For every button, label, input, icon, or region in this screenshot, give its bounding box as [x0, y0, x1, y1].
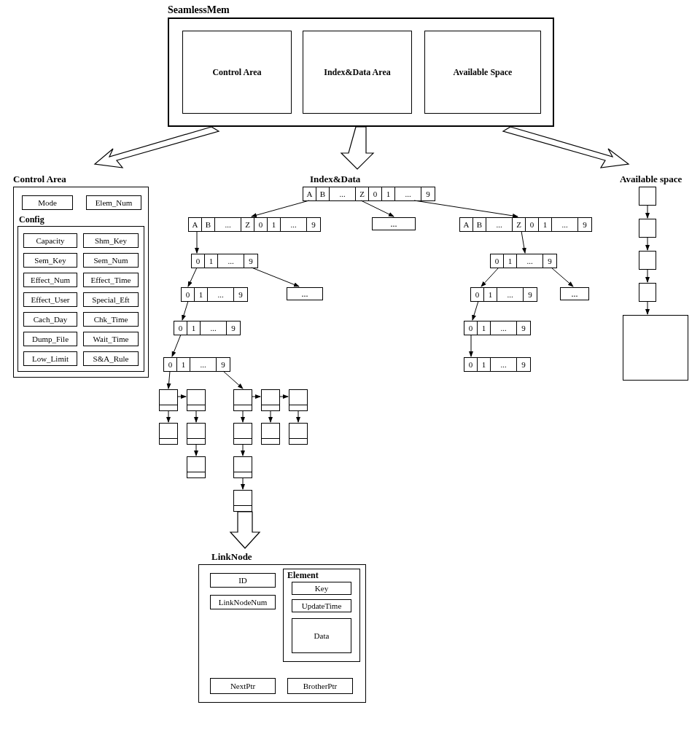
svg-line-9: [223, 371, 243, 389]
svg-line-0: [252, 200, 309, 217]
cell: 0: [164, 358, 177, 371]
mode-box: Mode: [22, 195, 73, 210]
cell: 0: [471, 288, 484, 301]
cell: A: [303, 187, 316, 200]
cell: ...: [215, 218, 241, 231]
svg-line-2: [414, 200, 518, 217]
avail-block: [623, 315, 688, 381]
cell: 0: [174, 321, 187, 335]
index-data-area-box: Index&Data Area: [303, 31, 412, 114]
cell: 0: [464, 358, 478, 371]
cell: 9: [517, 358, 530, 371]
cell: 0: [192, 254, 205, 268]
cell: 1: [205, 254, 218, 268]
cell: 1: [504, 254, 517, 268]
cell: ...: [552, 218, 578, 231]
cell: 9: [227, 321, 240, 335]
cell: 1: [187, 321, 201, 335]
cell: Z: [356, 187, 369, 200]
cell: 9: [217, 358, 230, 371]
avail-node: [639, 283, 656, 302]
config-cell: Capacity: [23, 233, 77, 248]
num-row-l5-right: 0 1 ... 9: [464, 321, 531, 335]
cell: 1: [478, 321, 491, 335]
num-row-l5-left: 0 1 ... 9: [174, 321, 241, 335]
cell: 1: [539, 218, 552, 231]
linknode-num: LinkNodeNum: [210, 595, 276, 609]
cell: 1: [177, 358, 190, 371]
cell: 9: [421, 187, 435, 200]
ellipsis-box: ...: [372, 217, 416, 230]
linknode-box: [233, 456, 252, 478]
config-cell: Effect_Num: [23, 273, 77, 287]
num-row-l6-right: 0 1 ... 9: [464, 357, 531, 372]
svg-line-11: [481, 268, 499, 286]
cell: ...: [395, 187, 421, 200]
config-cell: Special_Eft: [83, 292, 139, 307]
element-key: Key: [292, 582, 351, 595]
linknode-id: ID: [210, 573, 276, 588]
cell: ...: [497, 288, 524, 301]
svg-line-10: [521, 231, 525, 253]
cell: 0: [526, 218, 539, 231]
cell: ...: [517, 254, 543, 268]
cell: ...: [281, 218, 307, 231]
alpha-row-l2-left: A B ... Z 0 1 ... 9: [188, 217, 321, 232]
cell: 9: [234, 288, 247, 301]
cell: 1: [484, 288, 497, 301]
cell: 1: [195, 288, 208, 301]
available-space-box: Available Space: [424, 31, 541, 114]
cell: ...: [208, 288, 234, 301]
avail-node: [639, 187, 656, 206]
linknode-box: [233, 490, 252, 512]
element-data: Data: [292, 618, 351, 653]
cell: 1: [382, 187, 395, 200]
config-cell: Effect_User: [23, 292, 77, 307]
cell: B: [316, 187, 330, 200]
avail-node: [639, 251, 656, 270]
linknode-box: [289, 423, 308, 445]
config-label: Config: [19, 214, 44, 225]
index-data-title: Index&Data: [310, 174, 360, 185]
cell: 0: [254, 218, 268, 231]
config-cell: Chk_Time: [83, 312, 139, 327]
cell: 9: [578, 218, 591, 231]
linknode-box: [159, 423, 178, 445]
avail-node: [639, 219, 656, 238]
cell: A: [189, 218, 202, 231]
cell: 0: [182, 288, 195, 301]
alpha-row-root: A B ... Z 0 1 ... 9: [303, 187, 435, 201]
num-row-l6-left: 0 1 ... 9: [163, 357, 230, 372]
linknode-box: [233, 423, 252, 445]
elem-num-box: Elem_Num: [86, 195, 141, 210]
available-space-title: Available space: [620, 174, 682, 185]
cell: 0: [464, 321, 478, 335]
cell: B: [473, 218, 486, 231]
linknode-box: [261, 389, 280, 411]
num-row-l4-right: 0 1 ... 9: [470, 287, 537, 302]
num-row-l3-left: 0 1 ... 9: [191, 254, 258, 268]
linknode-box: [289, 389, 308, 411]
ellipsis-box: ...: [287, 287, 323, 300]
num-row-l4-left: 0 1 ... 9: [181, 287, 248, 302]
cell: A: [460, 218, 473, 231]
main-title: SeamlessMem: [168, 4, 230, 16]
element-label: Element: [287, 570, 319, 581]
svg-line-12: [551, 268, 573, 286]
config-cell: Low_Limit: [23, 351, 77, 366]
cell: 9: [543, 254, 556, 268]
svg-line-5: [252, 268, 299, 286]
control-area-box: Control Area: [182, 31, 292, 114]
cell: B: [202, 218, 215, 231]
alpha-row-l2-right: A B ... Z 0 1 ... 9: [459, 217, 592, 232]
svg-line-13: [472, 301, 478, 320]
cell: Z: [513, 218, 526, 231]
cell: 1: [268, 218, 281, 231]
num-row-l3-right: 0 1 ... 9: [490, 254, 557, 268]
config-cell: Effect_Time: [83, 273, 139, 287]
control-area-title: Control Area: [13, 174, 66, 185]
cell: ...: [491, 358, 517, 371]
cell: 9: [524, 288, 537, 301]
svg-line-8: [168, 371, 170, 389]
linknode-box: [159, 389, 178, 411]
